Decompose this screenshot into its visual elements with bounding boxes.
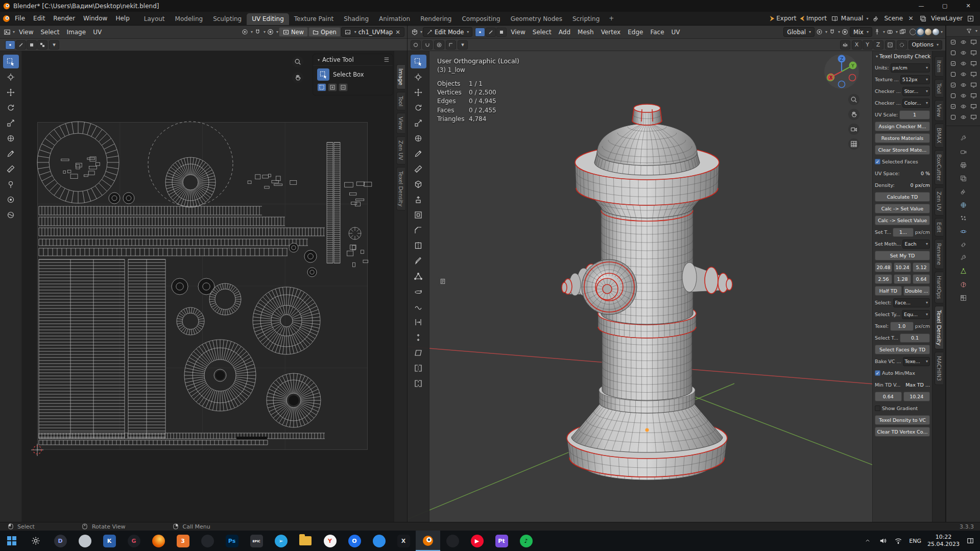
viewport-tool-extrude[interactable]: [411, 193, 426, 206]
td-checkbox-auto-min-max[interactable]: ✓: [875, 370, 880, 376]
snap-toggle[interactable]: [422, 40, 433, 50]
mode-selector[interactable]: Edit Mode▾: [423, 27, 472, 37]
taskbar-app-photoshop[interactable]: Ps: [220, 531, 244, 551]
pivot-icon[interactable]: [241, 28, 249, 36]
td-button-0-64[interactable]: 0.64: [913, 274, 930, 284]
td-number-field-set-t[interactable]: 1...: [893, 228, 913, 237]
viewport-tool-poly-build[interactable]: [411, 269, 426, 283]
n-panel-tab-boxcutter[interactable]: BoxCutter: [935, 150, 943, 185]
taskbar-app-app-blue[interactable]: [367, 531, 391, 551]
editor-type-icon[interactable]: [410, 28, 419, 36]
eye-icon[interactable]: [959, 49, 968, 57]
maximize-button[interactable]: ▢: [933, 0, 957, 12]
zoom-icon[interactable]: [848, 94, 859, 105]
td-checkbox-selected-faces[interactable]: ✓: [875, 159, 880, 164]
checkbox-icon[interactable]: [949, 81, 958, 89]
n-panel-tab-item[interactable]: Item: [935, 56, 943, 77]
uv-tool-annotate[interactable]: [3, 147, 19, 160]
td-number-field-uv-scale[interactable]: 1: [899, 110, 930, 119]
taskbar-app-epic-games[interactable]: EPIC: [244, 531, 269, 551]
uv-tool-relax-brush[interactable]: [3, 208, 19, 222]
viewport-tool-annotate[interactable]: [411, 147, 426, 160]
td-dropdown-set-meth[interactable]: Each▾: [902, 239, 930, 249]
clock[interactable]: 10:22 25.04.2023: [927, 534, 960, 548]
image-datablock-selector[interactable]: ▾ ch1_UVMap ✕: [341, 27, 404, 37]
viewport-tool-cursor[interactable]: [411, 70, 426, 84]
editor-type-icon[interactable]: [3, 28, 11, 36]
viewport-tool-rip-edge[interactable]: [411, 376, 426, 390]
viewport-tool-bevel[interactable]: [411, 223, 426, 237]
taskbar-app-discord[interactable]: D: [48, 531, 73, 551]
eye-icon[interactable]: [959, 59, 968, 68]
viewport-menu-add[interactable]: Add: [555, 28, 574, 37]
manual-toggle[interactable]: Manual▾: [830, 14, 869, 23]
eye-icon[interactable]: [959, 102, 968, 111]
uv-tool-pin[interactable]: [3, 177, 19, 191]
uv-select-island-button[interactable]: [37, 40, 47, 50]
viewport-menu-select[interactable]: Select: [529, 28, 555, 37]
properties-tab-world-icon[interactable]: [957, 200, 970, 210]
taskbar-app-folder[interactable]: [293, 531, 318, 551]
viewport-tool-edge-slide[interactable]: [411, 315, 426, 329]
taskbar-app-telegram[interactable]: ➢: [269, 531, 293, 551]
screen-icon[interactable]: [969, 38, 978, 46]
viewport-menu-vertex[interactable]: Vertex: [597, 28, 625, 37]
checkbox-icon[interactable]: [949, 102, 958, 111]
checkbox-icon[interactable]: [949, 113, 958, 122]
properties-tab-scene-icon[interactable]: [957, 186, 970, 197]
td-button-10-24[interactable]: 10.24: [903, 392, 930, 401]
td-button-clear-td-vertex-co[interactable]: Clear TD Vertex Co...: [875, 427, 930, 437]
screen-icon[interactable]: [969, 81, 978, 89]
screen-icon[interactable]: [969, 91, 978, 100]
workspace-tab-geometry-nodes[interactable]: Geometry Nodes: [506, 13, 567, 25]
checkbox-icon[interactable]: [949, 38, 958, 46]
td-button-texel-density-to-vc[interactable]: Texel Density to VC: [875, 415, 930, 425]
td-button-2-56[interactable]: 2.56: [875, 274, 892, 284]
add-workspace-button[interactable]: +: [605, 13, 618, 24]
n-panel-tab-rename[interactable]: Rename: [935, 239, 943, 269]
uv-menu-view[interactable]: View: [15, 28, 37, 37]
parenting-toggle[interactable]: [446, 40, 456, 50]
td-dropdown-checker[interactable]: Color...▾: [902, 99, 930, 108]
proportional-editing-icon[interactable]: [266, 28, 275, 36]
n-panel-tab-bmax[interactable]: BMAX: [935, 124, 943, 148]
n-panel-tab-view[interactable]: View: [935, 100, 943, 121]
td-button-restore-materials[interactable]: Restore Materials: [875, 133, 930, 143]
properties-tab-texture-icon[interactable]: [957, 293, 970, 303]
taskbar-app-yt-music[interactable]: ▶: [465, 531, 489, 551]
properties-tab-output-icon[interactable]: [957, 160, 970, 170]
screen-icon[interactable]: [969, 102, 978, 111]
n-panel-tab-edit[interactable]: Edit: [935, 218, 943, 236]
properties-tab-material-icon[interactable]: [957, 279, 970, 290]
minimize-button[interactable]: —: [910, 0, 933, 12]
uv-tool-transform[interactable]: [3, 131, 19, 145]
editor-type-chevron[interactable]: ▾: [13, 30, 15, 34]
td-button-10-24[interactable]: 10.24: [894, 262, 911, 272]
select-mode-new-icon[interactable]: [317, 83, 326, 91]
viewport-menu-view[interactable]: View: [507, 28, 529, 37]
workspace-tab-scripting[interactable]: Scripting: [567, 13, 605, 25]
zoom-icon[interactable]: [292, 56, 303, 67]
properties-tab-object-data-icon[interactable]: [957, 266, 970, 276]
shading-material-button[interactable]: [925, 29, 931, 35]
viewport-tool-smooth[interactable]: [411, 300, 426, 314]
shading-wireframe-button[interactable]: [910, 29, 916, 35]
uv-sticky-mode-dropdown[interactable]: ▾: [49, 40, 59, 50]
open-image-button[interactable]: Open: [308, 27, 341, 37]
uv-tool-cursor[interactable]: [3, 70, 19, 84]
language-indicator[interactable]: ENG: [909, 538, 921, 544]
transform-pivot-toggle[interactable]: [411, 40, 421, 50]
new-viewlayer-icon[interactable]: [966, 14, 975, 23]
uv-tool-move[interactable]: [3, 85, 19, 99]
uv-select-face-button[interactable]: [27, 40, 37, 50]
uv-sidebar-tab-texel-density[interactable]: Texel Density: [396, 167, 405, 210]
viewport-tool-add-cube[interactable]: [411, 177, 426, 191]
uv-tool-grab-brush[interactable]: [3, 193, 19, 206]
screen-icon[interactable]: [969, 113, 978, 122]
screen-icon[interactable]: [969, 49, 978, 57]
taskbar-app-steam[interactable]: [73, 531, 97, 551]
filter-icon[interactable]: [966, 28, 972, 34]
unlink-image-icon[interactable]: ✕: [395, 28, 401, 36]
panel-collapse-icon[interactable]: ▾: [876, 54, 878, 59]
viewport-tool-move[interactable]: [411, 85, 426, 99]
